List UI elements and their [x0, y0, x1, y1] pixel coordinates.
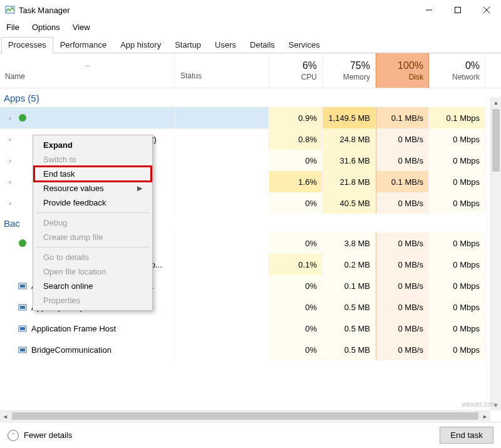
ctx-resource-values[interactable]: Resource values ▶ [34, 181, 151, 195]
column-headers: ︿ Name Status 6% CPU 75% Memory 100% Dis… [0, 53, 501, 88]
status-cell [175, 128, 269, 150]
status-cell [175, 318, 269, 339]
expand-icon[interactable]: › [5, 157, 15, 164]
process-icon [18, 281, 28, 291]
memory-usage-pct: 75% [328, 60, 370, 71]
horizontal-scrollbar[interactable]: ◄ ► [0, 410, 490, 421]
status-cell [175, 192, 269, 214]
status-cell [175, 150, 269, 171]
column-disk[interactable]: 100% Disk [376, 53, 429, 88]
column-cpu-label: CPU [274, 73, 317, 81]
maximize-button[interactable] [443, 0, 472, 20]
ctx-properties: Properties [34, 293, 151, 308]
scroll-up-icon[interactable]: ▲ [491, 97, 501, 108]
status-cell [175, 339, 269, 360]
tab-services[interactable]: Services [282, 37, 327, 53]
disk-usage-pct: 100% [381, 60, 423, 71]
tab-app-history[interactable]: App history [113, 37, 168, 53]
process-name-cell: Application Frame Host [0, 318, 175, 339]
group-apps-label: Apps (5) [4, 93, 39, 103]
end-task-button[interactable]: End task [440, 427, 493, 444]
disk-cell: 0 MB/s [376, 275, 429, 296]
column-name[interactable]: ︿ Name [0, 53, 175, 88]
disk-cell: 0.1 MB/s [376, 171, 429, 192]
svg-rect-10 [20, 306, 25, 309]
column-status-label: Status [180, 71, 264, 80]
scroll-thumb[interactable] [492, 109, 500, 172]
column-status[interactable]: Status [175, 53, 269, 88]
table-row[interactable]: BridgeCommunication 0% 0.5 MB 0 MB/s 0 M… [0, 339, 501, 360]
ctx-provide-feedback[interactable]: Provide feedback [34, 195, 151, 210]
vertical-scrollbar[interactable]: ▲ ▼ [490, 97, 501, 410]
tab-details[interactable]: Details [243, 37, 282, 53]
column-memory-label: Memory [328, 73, 370, 81]
network-cell: 0 Mbps [429, 150, 485, 171]
menu-options[interactable]: Options [31, 21, 61, 33]
tab-startup[interactable]: Startup [168, 37, 208, 53]
disk-cell: 0 MB/s [376, 128, 429, 150]
close-button[interactable] [472, 0, 501, 20]
process-name-cell: › [0, 107, 175, 128]
chevron-up-icon: ˄ [8, 430, 19, 441]
app-icon [5, 5, 15, 15]
process-name: BridgeCommunication [31, 345, 111, 355]
scroll-left-icon[interactable]: ◄ [0, 412, 11, 422]
tab-performance[interactable]: Performance [53, 37, 113, 53]
memory-cell: 3.8 MB [323, 232, 376, 254]
memory-cell: 40.5 MB [323, 192, 376, 214]
memory-cell: 0.5 MB [323, 339, 376, 360]
memory-cell: 0.5 MB [323, 296, 376, 318]
menu-view[interactable]: View [71, 21, 91, 33]
group-apps[interactable]: Apps (5) [0, 88, 501, 107]
network-cell: 0 Mbps [429, 171, 485, 192]
table-row[interactable]: Application Frame Host 0% 0.5 MB 0 MB/s … [0, 318, 501, 339]
group-background-label: Bac [4, 218, 20, 229]
network-cell: 0 Mbps [429, 254, 485, 275]
ctx-end-task[interactable]: End task [34, 167, 151, 181]
footer-bar: ˄ Fewer details End task [0, 422, 501, 448]
network-usage-pct: 0% [434, 60, 480, 71]
minimize-button[interactable] [415, 0, 443, 20]
cpu-cell: 0% [269, 318, 323, 339]
expand-icon[interactable]: › [5, 135, 15, 143]
fewer-details-toggle[interactable]: ˄ Fewer details [8, 430, 72, 441]
network-cell: 0 Mbps [429, 128, 485, 150]
cpu-cell: 0% [269, 275, 323, 296]
cpu-cell: 0.8% [269, 128, 323, 150]
cpu-cell: 0% [269, 232, 323, 254]
process-icon [18, 113, 28, 123]
menu-file[interactable]: File [5, 21, 21, 33]
network-cell: 0 Mbps [429, 339, 485, 360]
ctx-switch-to: Switch to [34, 152, 151, 167]
window-title: Task Manager [19, 6, 70, 15]
process-icon [18, 238, 28, 248]
status-cell [175, 171, 269, 192]
scroll-thumb[interactable] [12, 412, 478, 420]
network-cell: 0 Mbps [429, 275, 485, 296]
svg-point-5 [19, 114, 26, 122]
expand-icon[interactable]: › [5, 114, 15, 122]
column-disk-label: Disk [381, 73, 423, 81]
table-row[interactable]: › 0.9% 1,149.5 MB 0.1 MB/s 0.1 Mbps [0, 107, 501, 128]
process-icon [18, 323, 28, 333]
fewer-details-label: Fewer details [24, 430, 72, 440]
column-cpu[interactable]: 6% CPU [269, 53, 323, 88]
ctx-search-online[interactable]: Search online [34, 279, 151, 293]
column-memory[interactable]: 75% Memory [323, 53, 376, 88]
tab-processes[interactable]: Processes [1, 37, 53, 53]
expand-icon[interactable]: › [5, 199, 15, 207]
column-network[interactable]: 0% Network [429, 53, 485, 88]
ctx-expand[interactable]: Expand [34, 138, 151, 152]
expand-icon[interactable]: › [5, 178, 15, 185]
memory-cell: 0.1 MB [323, 275, 376, 296]
tab-users[interactable]: Users [208, 37, 243, 53]
status-cell [175, 275, 269, 296]
menu-separator [36, 247, 150, 247]
status-cell [175, 254, 269, 275]
scroll-right-icon[interactable]: ► [480, 411, 490, 422]
network-cell: 0 Mbps [429, 232, 485, 254]
process-icon [18, 345, 28, 355]
menu-bar: File Options View [0, 20, 501, 37]
memory-cell: 24.8 MB [323, 128, 376, 150]
process-icon [18, 302, 28, 312]
